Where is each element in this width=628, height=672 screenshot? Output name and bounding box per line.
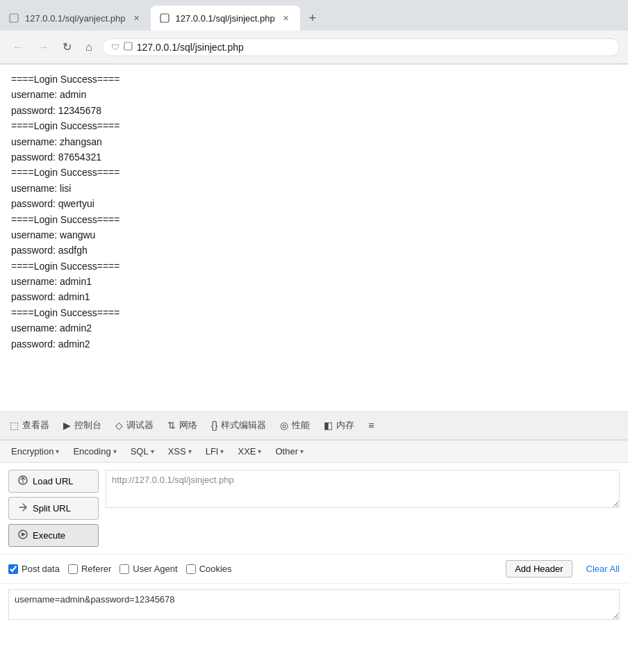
- network-icon: ⇅: [167, 420, 176, 431]
- other-chevron: ▾: [300, 448, 304, 455]
- inspect-label: 查看器: [22, 419, 49, 432]
- clear-all-link[interactable]: Clear All: [586, 564, 620, 574]
- devtools-tab-network[interactable]: ⇅ 网络: [160, 412, 204, 439]
- menu-xxe[interactable]: XXE ▾: [232, 443, 267, 459]
- devtools-tab-style[interactable]: {} 样式编辑器: [204, 412, 273, 439]
- style-icon: {}: [211, 420, 217, 431]
- menu-sql[interactable]: SQL ▾: [125, 443, 160, 459]
- encoding-chevron: ▾: [113, 448, 117, 455]
- menu-other[interactable]: Other ▾: [270, 443, 309, 459]
- style-label: 样式编辑器: [221, 419, 266, 432]
- encryption-label: Encryption: [11, 446, 53, 457]
- user-agent-checkbox[interactable]: User Agent: [119, 564, 177, 574]
- hackbar: Encryption ▾ Encoding ▾ SQL ▾ XSS ▾ LFI …: [0, 440, 628, 628]
- split-url-button[interactable]: Split URL: [8, 497, 99, 520]
- tab-title-1: 127.0.0.1/sql/yanject.php: [25, 13, 126, 24]
- new-tab-button[interactable]: +: [300, 6, 325, 31]
- post-data-area: username=admin&password=12345678: [0, 583, 628, 628]
- post-data-label: Post data: [22, 564, 60, 574]
- referer-checkbox[interactable]: Referer: [68, 564, 111, 574]
- menu-lfi[interactable]: LFI ▾: [200, 443, 230, 459]
- hackbar-body: Load URL Split URL Execute http://127.0.…: [0, 463, 628, 554]
- memory-label: 内存: [336, 419, 354, 432]
- debugger-icon: ◇: [115, 420, 123, 431]
- load-url-button[interactable]: Load URL: [8, 470, 99, 493]
- reload-icon: ↻: [63, 40, 72, 54]
- url-input[interactable]: http://127.0.0.1/sql/jsinject.php: [106, 470, 620, 508]
- xxe-chevron: ▾: [258, 448, 261, 455]
- address-bar[interactable]: 🛡 127.0.0.1/sql/jsinject.php: [102, 38, 620, 56]
- encoding-label: Encoding: [73, 446, 110, 457]
- performance-label: 性能: [292, 419, 310, 432]
- svg-rect-0: [10, 14, 18, 22]
- shield-icon: 🛡: [111, 42, 119, 52]
- menu-encoding[interactable]: Encoding ▾: [67, 443, 122, 459]
- devtools-tab-memory[interactable]: ◧ 内存: [317, 412, 361, 439]
- page-content: ====Login Success==== username: admin pa…: [0, 65, 628, 412]
- execute-button[interactable]: Execute: [8, 524, 99, 547]
- tab-close-1[interactable]: ✕: [131, 13, 142, 24]
- address-text: 127.0.0.1/sql/jsinject.php: [137, 42, 611, 53]
- forward-icon: →: [38, 41, 49, 54]
- split-url-label: Split URL: [33, 503, 71, 514]
- devtools-tab-debugger[interactable]: ◇ 调试器: [108, 412, 160, 439]
- inspect-icon: ⬚: [10, 420, 19, 431]
- console-icon: ▶: [63, 420, 71, 431]
- post-data-input[interactable]: username=admin&password=12345678: [8, 589, 620, 620]
- tab-icon-1: [8, 13, 19, 24]
- console-label: 控制台: [74, 419, 101, 432]
- devtools-tab-performance[interactable]: ◎ 性能: [273, 412, 317, 439]
- tab-close-2[interactable]: ✕: [281, 13, 292, 24]
- tab-bar: 127.0.0.1/sql/yanject.php ✕ 127.0.0.1/sq…: [0, 0, 628, 31]
- svg-rect-2: [124, 42, 132, 50]
- menu-encryption[interactable]: Encryption ▾: [6, 443, 65, 459]
- back-button[interactable]: ←: [8, 37, 28, 58]
- load-url-label: Load URL: [33, 476, 74, 486]
- tab-inactive[interactable]: 127.0.0.1/sql/yanject.php ✕: [0, 6, 151, 31]
- tab-title-2: 127.0.0.1/sql/jsinject.php: [176, 13, 275, 24]
- devtools-tab-console[interactable]: ▶ 控制台: [56, 412, 108, 439]
- page-icon: [124, 42, 133, 53]
- xss-label: XSS: [168, 446, 186, 457]
- menu-xss[interactable]: XSS ▾: [163, 443, 197, 459]
- encryption-chevron: ▾: [56, 448, 59, 455]
- hackbar-menu: Encryption ▾ Encoding ▾ SQL ▾ XSS ▾ LFI …: [0, 441, 628, 463]
- hackbar-buttons: Load URL Split URL Execute: [8, 470, 99, 547]
- post-data-check[interactable]: [8, 564, 18, 574]
- referer-check[interactable]: [68, 564, 78, 574]
- sql-label: SQL: [131, 446, 149, 457]
- debugger-label: 调试器: [126, 419, 154, 432]
- forward-button[interactable]: →: [33, 37, 53, 58]
- home-button[interactable]: ⌂: [81, 37, 97, 58]
- devtools-tab-inspect[interactable]: ⬚ 查看器: [3, 412, 56, 439]
- add-header-label: Add Header: [515, 564, 563, 574]
- devtools-toolbar: ⬚ 查看器 ▶ 控制台 ◇ 调试器 ⇅ 网络 {} 样式编辑器 ◎ 性能 ◧ 内…: [0, 412, 628, 440]
- reload-button[interactable]: ↻: [58, 36, 76, 58]
- user-agent-label: User Agent: [133, 564, 177, 574]
- user-agent-check[interactable]: [119, 564, 129, 574]
- sql-chevron: ▾: [151, 448, 154, 455]
- hackbar-options: Post data Referer User Agent Cookies Add…: [0, 554, 628, 583]
- home-icon: ⌂: [85, 41, 92, 54]
- other-label: Other: [275, 446, 298, 457]
- tab-active[interactable]: 127.0.0.1/sql/jsinject.php ✕: [151, 6, 300, 31]
- browser-chrome: 127.0.0.1/sql/yanject.php ✕ 127.0.0.1/sq…: [0, 0, 628, 65]
- network-label: 网络: [179, 419, 197, 432]
- back-icon: ←: [13, 41, 24, 54]
- referer-label: Referer: [81, 564, 111, 574]
- devtools-tab-more[interactable]: ≡: [361, 412, 381, 439]
- execute-label: Execute: [33, 530, 65, 541]
- page-text: ====Login Success==== username: admin pa…: [11, 72, 617, 352]
- more-icon: ≡: [368, 420, 374, 431]
- cookies-checkbox[interactable]: Cookies: [186, 564, 232, 574]
- load-url-icon: [17, 475, 28, 488]
- svg-marker-5: [22, 532, 26, 536]
- performance-icon: ◎: [280, 420, 288, 431]
- lfi-chevron: ▾: [220, 448, 224, 455]
- cookies-label: Cookies: [199, 564, 232, 574]
- post-data-checkbox[interactable]: Post data: [8, 564, 60, 574]
- add-header-button[interactable]: Add Header: [506, 560, 572, 577]
- memory-icon: ◧: [324, 420, 333, 431]
- execute-icon: [17, 529, 28, 542]
- cookies-check[interactable]: [186, 564, 196, 574]
